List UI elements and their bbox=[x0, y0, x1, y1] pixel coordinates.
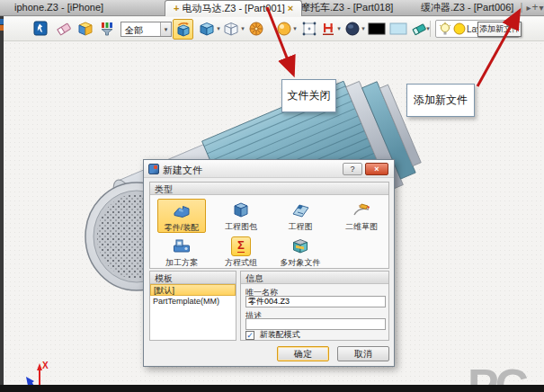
ball-icon[interactable] bbox=[276, 21, 292, 37]
chevron-down-icon[interactable]: ▾ bbox=[360, 25, 367, 32]
corner-box-icon[interactable] bbox=[301, 21, 317, 37]
type-item-drawing-package[interactable]: 工程图包 bbox=[217, 199, 265, 233]
cancel-button[interactable]: 取消 bbox=[337, 346, 389, 361]
dialog-titlebar[interactable]: 新建文件 ? × bbox=[144, 160, 394, 178]
dock-icon bbox=[0, 25, 4, 31]
wheel-icon[interactable] bbox=[248, 21, 264, 37]
type-item-label: 工程图 bbox=[276, 221, 325, 233]
equation-set-icon: Σ bbox=[231, 236, 251, 256]
sigma-glyph: Σ bbox=[237, 239, 245, 253]
chevron-down-icon[interactable]: ▾ bbox=[291, 25, 299, 32]
type-item-drawing[interactable]: 工程图 bbox=[276, 199, 325, 233]
exit-icon[interactable] bbox=[32, 21, 49, 37]
type-groupbox: 类型 零件/装配 工程图包 工程图 bbox=[149, 182, 389, 269]
tab-buffer[interactable]: 缓冲器.Z3 - [Part006] bbox=[421, 0, 513, 16]
dialog-app-icon bbox=[148, 164, 159, 174]
new-file-dialog: 新建文件 ? × 类型 零件/装配 工程图包 工 bbox=[143, 159, 395, 367]
blue-swatch[interactable] bbox=[389, 21, 407, 37]
chevron-down-icon[interactable]: ▾ bbox=[160, 22, 171, 36]
bulb-icon[interactable] bbox=[438, 22, 452, 36]
type-item-label: 工程图包 bbox=[217, 221, 265, 233]
tab-label: 缓冲器.Z3 - [Part006] bbox=[421, 2, 513, 13]
callout-text: 添加新文件 bbox=[414, 93, 468, 108]
add-file-tooltip: 添加新文件 bbox=[477, 22, 522, 37]
filter-dropdown-value: 全部 bbox=[125, 24, 143, 37]
template-item-default[interactable]: [默认] bbox=[150, 284, 236, 296]
eraser-icon[interactable] bbox=[56, 21, 72, 37]
sphere-dark-icon[interactable] bbox=[344, 21, 361, 37]
cam-plan-icon bbox=[172, 236, 192, 256]
callout-add-file: 添加新文件 bbox=[406, 84, 475, 117]
black-swatch[interactable] bbox=[368, 21, 386, 37]
tab-motor-active[interactable]: +电动马达.Z3 - [Part001]× bbox=[165, 0, 302, 16]
docked-panel-edge[interactable] bbox=[0, 16, 4, 385]
template-item-part-template[interactable]: PartTemplate(MM) bbox=[150, 296, 236, 307]
type-item-label: 方程式组 bbox=[217, 257, 265, 269]
assembly-mode-label: 新装配模式 bbox=[260, 330, 300, 339]
type-group-header: 类型 bbox=[150, 183, 388, 195]
color-filter-icon[interactable] bbox=[99, 21, 115, 37]
iso-view-button-active[interactable] bbox=[173, 19, 193, 40]
hatch-icon[interactable] bbox=[320, 21, 336, 37]
window-bottom-edge bbox=[0, 385, 544, 392]
callout-close-file: 文件关闭 bbox=[281, 79, 336, 112]
tab-list-menu-icon[interactable]: ▾ bbox=[538, 0, 544, 16]
type-item-label: 二维草图 bbox=[337, 221, 386, 233]
info-group-header: 信息 bbox=[241, 272, 388, 284]
type-item-part-assembly[interactable]: 零件/装配 bbox=[157, 199, 206, 233]
dock-icon bbox=[0, 19, 4, 24]
type-item-multi-object[interactable]: 多对象文件 bbox=[276, 235, 325, 269]
tab-label: 电动马达.Z3 - [Part001] bbox=[182, 3, 284, 13]
type-item-2d-sketch[interactable]: 二维草图 bbox=[337, 199, 386, 233]
ok-button[interactable]: 确定 bbox=[277, 346, 329, 361]
type-item-cam-plan[interactable]: 加工方案 bbox=[157, 235, 206, 269]
filter-dropdown[interactable]: 全部 ▾ bbox=[120, 22, 172, 37]
callout-text: 文件关闭 bbox=[288, 88, 331, 103]
cube-yellow-icon[interactable] bbox=[77, 21, 94, 37]
checkbox-checked-icon[interactable]: ✓ bbox=[245, 331, 254, 340]
tab-close-icon[interactable]: × bbox=[285, 3, 296, 13]
layer-color-icon[interactable] bbox=[452, 22, 467, 36]
tab-motorcycle[interactable]: 摩托车.Z3 - [Part018] bbox=[300, 0, 393, 16]
info-groupbox: 信息 唯一名称 描述 ✓ 新装配模式 bbox=[240, 271, 389, 341]
part-assembly-icon bbox=[172, 201, 192, 221]
tab-label: iphone.Z3 - [iPhone] bbox=[14, 2, 103, 13]
dialog-title: 新建文件 bbox=[163, 164, 202, 177]
dialog-help-button[interactable]: ? bbox=[343, 163, 362, 175]
unique-name-field[interactable] bbox=[245, 296, 386, 307]
drawing-package-icon bbox=[231, 200, 251, 220]
sketch-icon bbox=[352, 200, 371, 220]
type-item-label: 多对象文件 bbox=[276, 257, 325, 269]
tab-label: 摩托车.Z3 - [Part018] bbox=[300, 2, 393, 13]
toolbar-separator bbox=[430, 21, 431, 37]
assembly-mode-checkbox-row: ✓ 新装配模式 bbox=[245, 329, 300, 340]
chevron-down-icon[interactable]: ▾ bbox=[239, 25, 246, 32]
dialog-close-button[interactable]: × bbox=[365, 163, 388, 175]
tab-iphone[interactable]: iphone.Z3 - [iPhone] bbox=[14, 0, 103, 16]
chevron-down-icon[interactable]: ▾ bbox=[335, 25, 343, 32]
document-tab-bar: iphone.Z3 - [iPhone] +电动马达.Z3 - [Part001… bbox=[0, 0, 544, 16]
multi-object-icon bbox=[290, 236, 310, 256]
type-item-label: 零件/装配 bbox=[158, 222, 205, 234]
main-toolbar: 全部 ▾ ▾ ▾ ▾ ▾ ▾ bbox=[4, 17, 544, 41]
chevron-down-icon[interactable]: ▾ bbox=[215, 25, 222, 32]
wireframe-display-icon[interactable] bbox=[223, 21, 239, 37]
template-groupbox: 模板 [默认] PartTemplate(MM) bbox=[149, 271, 236, 341]
drawing-icon bbox=[290, 200, 310, 220]
template-group-header: 模板 bbox=[150, 272, 236, 284]
type-item-label: 加工方案 bbox=[157, 257, 206, 269]
tab-modified-indicator: + bbox=[171, 3, 182, 13]
shaded-display-icon[interactable] bbox=[199, 21, 215, 37]
x-axis-label: X bbox=[42, 361, 49, 370]
application-window: iphone.Z3 - [iPhone] +电动马达.Z3 - [Part001… bbox=[0, 0, 544, 392]
type-item-equation-set[interactable]: Σ 方程式组 bbox=[217, 235, 265, 269]
